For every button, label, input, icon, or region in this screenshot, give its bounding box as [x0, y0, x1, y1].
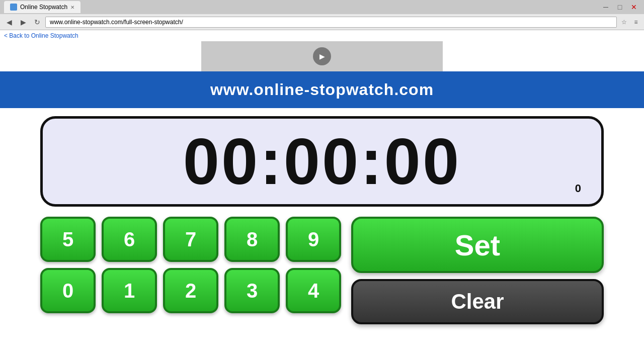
num-0-button[interactable]: 0 — [40, 268, 96, 313]
settings-icon[interactable]: ≡ — [631, 17, 641, 27]
clear-button[interactable]: Clear — [351, 279, 604, 324]
num-9-button[interactable]: 9 — [286, 217, 341, 262]
back-to-stopwatch-link[interactable]: < Back to Online Stopwatch — [0, 30, 644, 41]
numpad-grid: 5 6 7 8 9 0 1 2 3 4 — [40, 217, 341, 313]
action-buttons: Set Clear — [351, 217, 604, 324]
num-2-button[interactable]: 2 — [163, 268, 218, 313]
site-title: www.online-stopwatch.com — [210, 80, 434, 99]
forward-button[interactable]: ▶ — [17, 16, 29, 28]
site-header: www.online-stopwatch.com — [0, 71, 644, 108]
browser-chrome: Online Stopwatch ✕ ─ □ ✕ ◀ ▶ ↻ ☆ ≡ — [0, 0, 644, 30]
num-1-button[interactable]: 1 — [102, 268, 157, 313]
num-8-button[interactable]: 8 — [224, 217, 280, 262]
reload-button[interactable]: ↻ — [31, 16, 43, 28]
bookmark-icon[interactable]: ☆ — [619, 17, 629, 27]
numpad-top-row: 5 6 7 8 9 — [40, 217, 341, 262]
nav-bar: ◀ ▶ ↻ ☆ ≡ — [0, 14, 644, 30]
num-6-button[interactable]: 6 — [102, 217, 157, 262]
nav-icons: ☆ ≡ — [619, 17, 641, 27]
num-5-button[interactable]: 5 — [40, 217, 96, 262]
close-button[interactable]: ✕ — [628, 1, 640, 13]
numpad-area: 5 6 7 8 9 0 1 2 3 4 Set Clear — [40, 217, 604, 324]
set-button[interactable]: Set — [351, 217, 604, 273]
title-bar: Online Stopwatch ✕ ─ □ ✕ — [0, 0, 644, 14]
timer-time: 00:00:00 — [58, 129, 586, 194]
restore-button[interactable]: □ — [614, 1, 626, 13]
timer-display: 00:00:00 0 — [40, 116, 604, 207]
num-4-button[interactable]: 4 — [286, 268, 341, 313]
page-content: < Back to Online Stopwatch ▶ www.online-… — [0, 30, 644, 362]
num-7-button[interactable]: 7 — [163, 217, 218, 262]
address-bar[interactable] — [45, 17, 617, 28]
timer-milliseconds: 0 — [575, 182, 581, 195]
tab-favicon — [10, 4, 17, 11]
minimize-button[interactable]: ─ — [600, 1, 612, 13]
main-area: 00:00:00 0 5 6 7 8 9 0 1 2 3 — [0, 108, 644, 332]
tab-title: Online Stopwatch — [20, 4, 67, 11]
num-3-button[interactable]: 3 — [224, 268, 280, 313]
back-button[interactable]: ◀ — [3, 16, 15, 28]
ad-play-button[interactable]: ▶ — [313, 47, 331, 65]
numpad-bottom-row: 0 1 2 3 4 — [40, 268, 341, 313]
ad-banner: ▶ — [201, 41, 443, 71]
tab-close-icon[interactable]: ✕ — [70, 5, 74, 10]
active-tab[interactable]: Online Stopwatch ✕ — [4, 1, 80, 13]
